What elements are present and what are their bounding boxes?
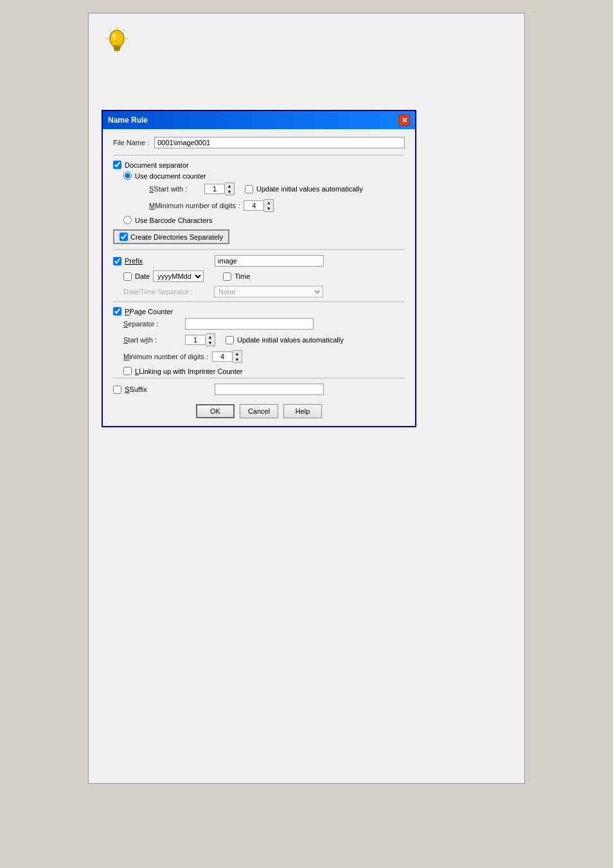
buttons-row: OK Cancel Help — [113, 404, 405, 418]
help-button[interactable]: Help — [283, 404, 322, 418]
start-with2-up[interactable]: ▲ — [206, 334, 215, 340]
page-counter-row: PPage Counter — [113, 307, 405, 315]
svg-line-2 — [123, 30, 125, 31]
separator-row: Separator : — [123, 318, 405, 330]
separator-label: Separator : — [123, 320, 181, 328]
date-time-row: Date yyyyMMdd yyyyMMdd Time — [123, 270, 405, 282]
doc-separator-row: Document separator — [113, 161, 405, 169]
min-digits-spin-buttons: ▲ ▼ — [264, 199, 274, 212]
prefix-row: Prefix — [113, 255, 405, 267]
time-checkbox[interactable] — [223, 272, 231, 281]
update-initial-row: Update initial values automatically — [245, 185, 363, 193]
start-with-spinbox: ▲ ▼ — [204, 182, 235, 195]
datetime-separator-select[interactable]: None — [214, 286, 323, 297]
min-digits2-row: Minimum number of digits : ▲ ▼ — [123, 350, 405, 363]
update-initial2-checkbox[interactable] — [226, 336, 234, 344]
svg-line-3 — [109, 30, 111, 31]
use-doc-counter-label: Use document counter — [135, 172, 206, 180]
divider-2 — [113, 249, 405, 250]
date-checkbox[interactable] — [123, 272, 132, 281]
start-with2-spinbox: ▲ ▼ — [185, 333, 215, 346]
page-counter-label: PPage Counter — [125, 308, 173, 315]
min-digits-label: MMinimum number of digits : — [149, 202, 240, 209]
linking-checkbox[interactable] — [123, 367, 132, 375]
min-digits2-spin-buttons: ▲ ▼ — [233, 350, 242, 363]
divider-3 — [113, 301, 405, 302]
suffix-input[interactable] — [215, 384, 324, 395]
min-digits2-spinbox: ▲ ▼ — [212, 350, 242, 363]
time-label: Time — [235, 272, 250, 280]
min-digits2-label: Minimum number of digits : — [123, 353, 208, 360]
update-initial2-row: Update initial values automatically — [226, 336, 344, 344]
page-counter-checkbox[interactable] — [113, 307, 121, 315]
cancel-button[interactable]: Cancel — [240, 404, 278, 418]
datetime-separator-row: Date/Time Separator : None — [123, 286, 405, 297]
file-name-row: File Name : — [113, 137, 405, 148]
min-digits-down[interactable]: ▼ — [264, 206, 273, 211]
start-with-up[interactable]: ▲ — [225, 183, 234, 189]
linking-label: LLinking up with Imprinter Counter — [135, 368, 243, 375]
min-digits-spinbox: ▲ ▼ — [244, 199, 274, 212]
min-digits-row: MMinimum number of digits : ▲ ▼ — [149, 199, 405, 212]
min-digits-up[interactable]: ▲ — [264, 200, 273, 206]
datetime-separator-label: Date/Time Separator : — [123, 288, 210, 296]
close-button[interactable]: ✕ — [398, 114, 410, 126]
use-doc-counter-row: Use document counter — [123, 172, 405, 180]
file-name-input[interactable] — [154, 137, 405, 148]
prefix-checkbox[interactable] — [113, 257, 121, 265]
suffix-checkbox[interactable] — [113, 385, 121, 394]
use-barcode-label: Use Barcode Characters — [135, 217, 212, 224]
update-initial-label: Update initial values automatically — [256, 185, 363, 193]
dialog-titlebar: Name Rule ✕ — [103, 111, 415, 129]
start-with-label: SStart with : — [149, 185, 200, 193]
date-format-select[interactable]: yyyyMMdd yyyyMMdd — [153, 270, 204, 282]
create-dirs-container: Create Directories Separately — [113, 229, 405, 244]
start-with-row: SStart with : ▲ ▼ Update initial values … — [149, 182, 405, 195]
update-initial2-label: Update initial values automatically — [237, 336, 344, 344]
suffix-row: SSuffix — [113, 384, 405, 395]
suffix-label: SSuffix — [125, 385, 176, 393]
prefix-input[interactable] — [215, 255, 324, 267]
start-with2-label: Start with : — [123, 336, 181, 344]
start-with2-down[interactable]: ▼ — [206, 340, 215, 346]
start-with-input[interactable] — [204, 184, 225, 194]
file-name-label: File Name : — [113, 139, 149, 146]
svg-point-0 — [110, 30, 124, 47]
use-barcode-row: Use Barcode Characters — [123, 216, 405, 224]
doc-separator-label: Document separator — [125, 161, 189, 169]
doc-separator-checkbox[interactable] — [113, 161, 121, 169]
min-digits2-input[interactable] — [212, 351, 233, 362]
separator-input[interactable] — [185, 318, 314, 330]
update-initial-checkbox[interactable] — [245, 185, 253, 193]
ok-button[interactable]: OK — [196, 404, 235, 418]
use-barcode-radio[interactable] — [123, 216, 132, 224]
prefix-label: Prefix — [125, 257, 176, 265]
divider-4 — [113, 378, 405, 378]
start-with2-input[interactable] — [185, 335, 206, 345]
date-label: Date — [135, 272, 150, 280]
use-doc-counter-radio[interactable] — [123, 172, 132, 180]
app-icon — [102, 26, 132, 57]
divider-1 — [113, 155, 405, 155]
start-with2-row: Start with : ▲ ▼ Update initial values a… — [123, 333, 405, 346]
min-digits2-down[interactable]: ▼ — [233, 357, 242, 362]
linking-row: LLinking up with Imprinter Counter — [123, 367, 405, 375]
min-digits2-up[interactable]: ▲ — [233, 351, 242, 357]
start-with-spin-buttons: ▲ ▼ — [225, 182, 235, 195]
page-container: Name Rule ✕ File Name : Document separat… — [88, 13, 525, 784]
create-dirs-label: Create Directories Separately — [130, 233, 223, 241]
dialog-body: File Name : Document separator Use docum… — [103, 129, 415, 426]
name-rule-dialog: Name Rule ✕ File Name : Document separat… — [102, 110, 416, 427]
start-with-down[interactable]: ▼ — [225, 189, 234, 195]
dialog-title: Name Rule — [108, 116, 148, 125]
create-dirs-button[interactable]: Create Directories Separately — [113, 229, 229, 244]
start-with2-spin-buttons: ▲ ▼ — [206, 333, 215, 346]
create-dirs-checkbox[interactable] — [120, 233, 128, 241]
svg-rect-8 — [114, 49, 120, 51]
min-digits-input[interactable] — [244, 200, 264, 211]
